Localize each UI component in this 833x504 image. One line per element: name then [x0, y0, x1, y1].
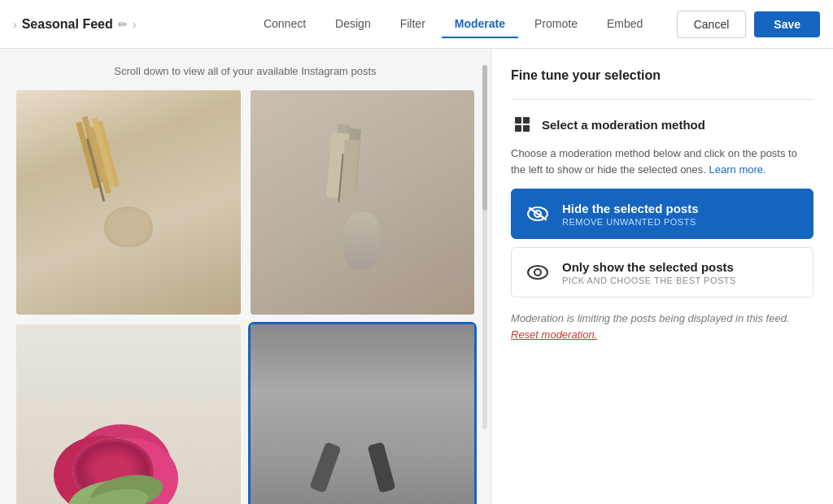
show-eye-icon — [525, 259, 551, 285]
svg-point-3 — [528, 266, 547, 279]
feed-name: Seasonal Feed — [22, 17, 113, 32]
tab-moderate[interactable]: Moderate — [442, 11, 518, 38]
method-hide-subtitle: REMOVE UNWANTED POSTS — [562, 217, 699, 227]
header: › Seasonal Feed ✏ › Connect Design Filte… — [0, 0, 833, 49]
svg-point-4 — [534, 269, 541, 276]
post-image-2 — [251, 90, 475, 315]
moderation-warning: Moderation is limiting the posts being d… — [511, 311, 813, 342]
reset-moderation-link[interactable]: Reset moderation. — [511, 328, 597, 341]
post-item-3[interactable] — [16, 324, 241, 505]
tab-promote[interactable]: Promote — [521, 11, 591, 38]
post-image-4 — [251, 324, 475, 505]
scroll-thumb — [482, 65, 487, 211]
moderation-warning-text: Moderation is limiting the posts being d… — [511, 312, 790, 324]
right-panel: Fine tune your selection Select a modera… — [491, 49, 833, 504]
tab-design[interactable]: Design — [322, 11, 384, 38]
header-actions: Cancel Save — [677, 11, 820, 38]
post-image-1 — [16, 90, 241, 315]
moderation-header-text: Select a moderation method — [542, 118, 705, 132]
moderation-section: Select a moderation method Choose a mode… — [511, 99, 813, 298]
posts-hint: Scroll down to view all of your availabl… — [16, 65, 474, 77]
moderation-header: Select a moderation method — [511, 113, 813, 136]
tab-connect[interactable]: Connect — [251, 11, 319, 38]
method-show-text: Only show the selected posts PICK AND CH… — [562, 260, 736, 285]
cancel-button[interactable]: Cancel — [677, 11, 747, 38]
post-item-4[interactable] — [251, 324, 475, 505]
method-show-subtitle: PICK AND CHOOSE THE BEST POSTS — [562, 276, 736, 285]
nav-tabs: Connect Design Filter Moderate Promote E… — [237, 11, 670, 38]
post-item-1[interactable] — [16, 90, 241, 315]
breadcrumb-area: › Seasonal Feed ✏ › — [13, 17, 230, 32]
method-hide-title: Hide the selected posts — [562, 202, 699, 215]
breadcrumb-chevron-left: › — [13, 18, 17, 31]
grid-icon — [511, 113, 534, 136]
method-option-show[interactable]: Only show the selected posts PICK AND CH… — [511, 247, 813, 298]
tab-filter[interactable]: Filter — [387, 11, 438, 38]
hide-eye-icon — [525, 201, 551, 227]
method-hide-text: Hide the selected posts REMOVE UNWANTED … — [562, 202, 699, 227]
left-panel: Scroll down to view all of your availabl… — [0, 49, 491, 504]
save-button[interactable]: Save — [754, 11, 820, 37]
post-item-2[interactable] — [251, 90, 475, 315]
main-layout: Scroll down to view all of your availabl… — [0, 49, 833, 504]
method-option-hide[interactable]: Hide the selected posts REMOVE UNWANTED … — [511, 189, 813, 239]
posts-grid — [16, 90, 474, 504]
moderation-desc: Choose a moderation method below and cli… — [511, 146, 813, 177]
edit-icon[interactable]: ✏ — [118, 18, 128, 31]
learn-more-link[interactable]: Learn more. — [709, 163, 766, 176]
breadcrumb-chevron-right: › — [133, 18, 137, 31]
post-image-3 — [16, 324, 241, 505]
scroll-indicator[interactable] — [482, 65, 487, 429]
tab-embed[interactable]: Embed — [594, 11, 656, 38]
method-show-title: Only show the selected posts — [562, 260, 736, 274]
right-panel-title: Fine tune your selection — [511, 68, 813, 83]
